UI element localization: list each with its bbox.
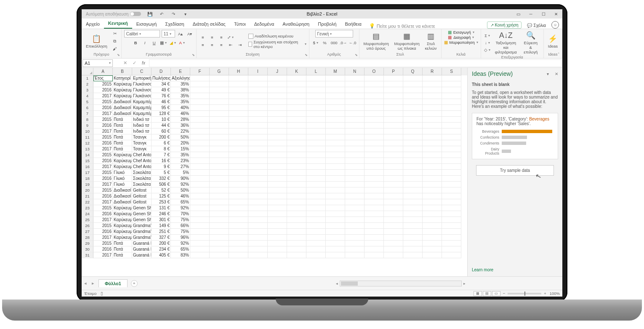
cell[interactable] — [423, 223, 442, 229]
cell[interactable] — [403, 205, 423, 211]
underline-icon[interactable]: U — [150, 39, 158, 46]
cell[interactable] — [248, 87, 268, 93]
row-header[interactable]: 28 — [82, 235, 93, 241]
column-header[interactable]: B — [113, 68, 132, 75]
cell[interactable] — [248, 158, 268, 164]
cell[interactable] — [287, 199, 306, 205]
cell[interactable] — [287, 235, 306, 241]
cell[interactable] — [384, 182, 403, 187]
cell[interactable] — [190, 117, 210, 123]
increase-decimal-icon[interactable]: .0→ — [340, 39, 347, 46]
cell[interactable]: Εμπορική — [132, 75, 152, 81]
cell[interactable]: Τσανγκ — [132, 146, 152, 152]
cell[interactable] — [248, 246, 268, 252]
cell[interactable] — [326, 182, 345, 187]
cell[interactable] — [306, 158, 326, 164]
row-header[interactable]: 24 — [82, 211, 93, 217]
cell[interactable] — [403, 123, 423, 128]
cell[interactable] — [306, 128, 326, 134]
column-header[interactable]: A — [93, 68, 113, 75]
cell[interactable]: Σοκολάτα — [132, 182, 152, 187]
cell[interactable] — [248, 217, 268, 223]
cell[interactable] — [306, 152, 326, 158]
cell[interactable]: 2015 — [93, 134, 113, 140]
maximize-icon[interactable]: ☐ — [537, 9, 550, 19]
cell[interactable] — [287, 182, 306, 187]
cell[interactable] — [306, 93, 326, 99]
cell[interactable] — [345, 170, 365, 176]
format-as-table-button[interactable]: ▦Μορφοποίηση ως πίνακα — [393, 31, 421, 51]
cell[interactable] — [384, 123, 403, 128]
cell[interactable] — [326, 158, 345, 164]
cell[interactable] — [287, 229, 306, 235]
cell[interactable]: 66% — [171, 223, 190, 229]
cell[interactable] — [210, 158, 229, 164]
cell[interactable] — [190, 134, 210, 140]
column-header[interactable]: M — [326, 68, 345, 75]
cell[interactable] — [326, 146, 345, 152]
cell[interactable] — [306, 246, 326, 252]
cell[interactable] — [210, 205, 229, 211]
align-top-icon[interactable]: ≡ — [199, 34, 207, 41]
cell[interactable] — [345, 205, 365, 211]
cell[interactable]: Ποτά — [113, 128, 132, 134]
cell[interactable] — [287, 134, 306, 140]
collapse-ribbon-icon[interactable]: ˄ — [558, 52, 560, 56]
cell[interactable] — [365, 128, 384, 134]
cell[interactable] — [423, 158, 442, 164]
cell[interactable]: 2015 — [93, 81, 113, 87]
cell[interactable] — [442, 217, 461, 223]
cell[interactable] — [365, 176, 384, 182]
cell[interactable] — [403, 152, 423, 158]
page-layout-view-icon[interactable]: ▤ — [483, 291, 491, 296]
cell[interactable] — [365, 146, 384, 152]
cell[interactable] — [210, 199, 229, 205]
cell[interactable] — [287, 217, 306, 223]
cell[interactable] — [229, 187, 248, 193]
cell[interactable]: Τσανγκ — [132, 140, 152, 146]
cell[interactable]: 38% — [171, 87, 190, 93]
cell[interactable]: Καρύκευμ — [113, 205, 132, 211]
cell[interactable] — [384, 205, 403, 211]
cell[interactable] — [306, 176, 326, 182]
cell[interactable] — [190, 193, 210, 199]
column-header[interactable]: C — [132, 68, 152, 75]
cell[interactable] — [442, 187, 461, 193]
cell[interactable] — [229, 81, 248, 87]
cell[interactable] — [442, 223, 461, 229]
cell[interactable] — [210, 229, 229, 235]
column-header[interactable]: Q — [403, 68, 423, 75]
cell[interactable] — [442, 158, 461, 164]
cell[interactable] — [248, 193, 268, 199]
cell[interactable] — [423, 93, 442, 99]
cell[interactable] — [287, 223, 306, 229]
cell[interactable] — [365, 199, 384, 205]
cell[interactable] — [190, 81, 210, 87]
cell[interactable] — [229, 164, 248, 170]
normal-view-icon[interactable]: ▦ — [474, 291, 482, 296]
align-middle-icon[interactable]: ≡ — [208, 34, 216, 41]
cell[interactable] — [287, 211, 306, 217]
cell[interactable] — [365, 134, 384, 140]
cell[interactable] — [248, 229, 268, 235]
column-header[interactable]: G — [210, 68, 229, 75]
cell[interactable] — [287, 87, 306, 93]
cell[interactable] — [345, 176, 365, 182]
cell[interactable]: Γλυκάνισο — [132, 81, 152, 87]
cell[interactable]: 5% — [171, 170, 190, 176]
column-header[interactable]: N — [345, 68, 365, 75]
row-header[interactable]: 1 — [82, 75, 93, 81]
cell[interactable]: 2016 — [93, 140, 113, 146]
row-header[interactable]: 7 — [82, 111, 93, 117]
zoom-out-icon[interactable]: − — [503, 291, 506, 296]
cell[interactable] — [229, 140, 248, 146]
cell[interactable]: Ποτά — [113, 252, 132, 258]
cell[interactable] — [306, 252, 326, 258]
cell[interactable] — [403, 217, 423, 223]
increase-font-icon[interactable]: A▴ — [177, 30, 184, 37]
cell[interactable] — [365, 170, 384, 176]
cell[interactable] — [365, 241, 384, 246]
cell[interactable]: 28% — [171, 117, 190, 123]
row-header[interactable]: 13 — [82, 146, 93, 152]
cell[interactable] — [287, 176, 306, 182]
